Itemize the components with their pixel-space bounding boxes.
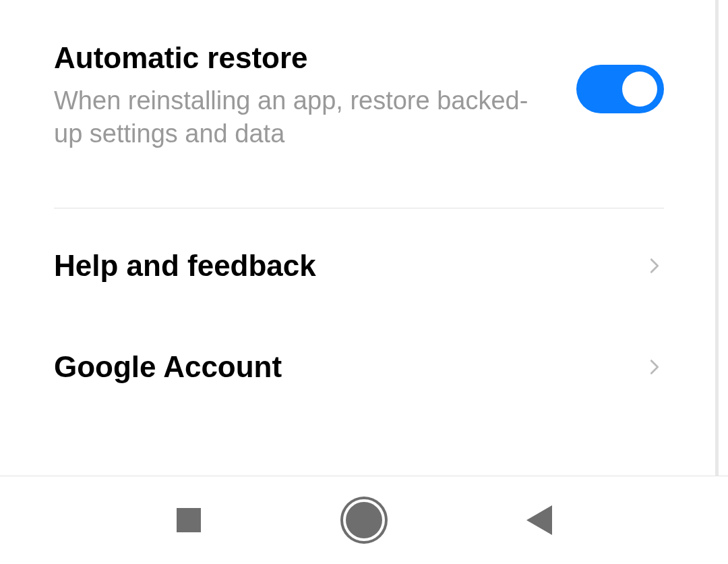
automatic-restore-subtitle: When reinstalling an app, restore backed… — [54, 84, 549, 151]
google-account-row[interactable]: Google Account — [54, 323, 664, 424]
google-account-title: Google Account — [54, 350, 282, 384]
android-navigation-bar — [0, 476, 728, 564]
automatic-restore-title: Automatic restore — [54, 40, 549, 76]
recent-apps-button[interactable] — [169, 500, 209, 540]
help-feedback-row[interactable]: Help and feedback — [54, 208, 664, 323]
home-button[interactable] — [344, 500, 384, 540]
help-feedback-title: Help and feedback — [54, 249, 316, 283]
circle-icon — [346, 502, 382, 538]
automatic-restore-text: Automatic restore When reinstalling an a… — [54, 40, 576, 151]
toggle-knob — [622, 72, 657, 107]
automatic-restore-toggle[interactable] — [576, 65, 664, 113]
scrollbar-track — [715, 0, 719, 476]
chevron-right-icon — [645, 256, 664, 275]
automatic-restore-row[interactable]: Automatic restore When reinstalling an a… — [54, 40, 664, 184]
back-button[interactable] — [519, 500, 559, 540]
chevron-right-icon — [645, 358, 664, 376]
triangle-icon — [526, 505, 552, 535]
square-icon — [177, 508, 201, 532]
settings-content: Automatic restore When reinstalling an a… — [0, 0, 718, 424]
